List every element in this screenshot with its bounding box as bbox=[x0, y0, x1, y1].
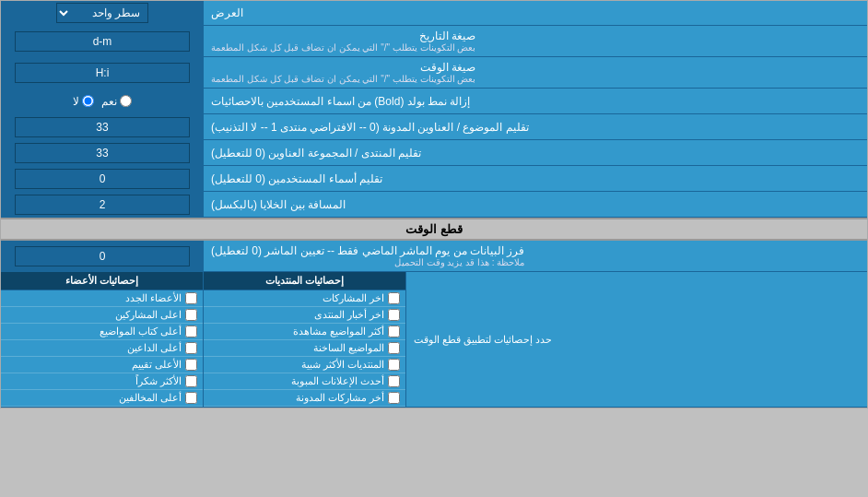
stat-members-item-3: أعلى الداعين bbox=[1, 340, 203, 357]
stat-posts-item-0: اخر المشاركات bbox=[204, 290, 405, 307]
stat-posts-cb-3[interactable] bbox=[388, 342, 400, 354]
time-format-hint: بعض التكوينات يتطلب "/" التي يمكن ان تضا… bbox=[211, 74, 475, 84]
bold-yes-label[interactable]: نعم bbox=[101, 95, 132, 108]
space-input[interactable] bbox=[15, 195, 190, 215]
users-limit-title: تقليم أسماء المستخدمين (0 للتعطيل) bbox=[211, 172, 382, 185]
bold-no-text: لا bbox=[73, 95, 79, 108]
stat-members-item-2: أعلى كتاب المواضيع bbox=[1, 324, 203, 340]
stat-posts-label-0: اخر المشاركات bbox=[323, 292, 384, 304]
topic-limit-input-wrap bbox=[1, 114, 204, 139]
forum-limit-input[interactable] bbox=[15, 143, 190, 163]
forum-limit-row: تقليم المنتدى / المجموعة العناوين (0 للت… bbox=[1, 140, 867, 166]
header-row: العرض سطر واحد سطرين ثلاثة أسطر bbox=[1, 1, 867, 26]
topic-limit-input[interactable] bbox=[15, 117, 190, 137]
time-format-input-wrap bbox=[1, 57, 204, 88]
stat-members-item-4: الأعلى تقييم bbox=[1, 357, 203, 373]
bold-remove-row: إزالة نمط بولد (Bold) من اسماء المستخدمي… bbox=[1, 89, 867, 114]
date-format-input-wrap bbox=[1, 26, 204, 56]
main-container: العرض سطر واحد سطرين ثلاثة أسطر صيغة الت… bbox=[0, 0, 868, 408]
stat-posts-cb-5[interactable] bbox=[388, 375, 400, 387]
time-data-input[interactable] bbox=[15, 246, 190, 266]
time-data-title: فرز البيانات من يوم الماشر الماضي فقط --… bbox=[211, 244, 524, 257]
bold-remove-input-wrap: نعم لا bbox=[1, 89, 204, 113]
stat-members-item-5: الأكثر شكراً bbox=[1, 373, 203, 390]
bold-yes-radio[interactable] bbox=[120, 95, 132, 107]
header-right-label: العرض bbox=[204, 1, 867, 25]
forum-limit-input-wrap bbox=[1, 140, 204, 165]
stat-posts-cb-4[interactable] bbox=[388, 359, 400, 371]
stats-label-text: حدد إحصائيات لتطبيق قطع الوقت bbox=[414, 334, 552, 346]
stat-posts-label-4: المنتديات الأكثر شبية bbox=[301, 359, 384, 371]
date-format-row: صيغة التاريخ بعض التكوينات يتطلب "/" الت… bbox=[1, 26, 867, 57]
stat-posts-label-2: أكثر المواضيع مشاهدة bbox=[293, 325, 384, 337]
header-label: العرض bbox=[211, 6, 243, 19]
time-format-title: صيغة الوقت bbox=[211, 61, 475, 74]
stats-posts-title: إحصائيات المنتديات bbox=[204, 272, 405, 290]
stat-posts-item-2: أكثر المواضيع مشاهدة bbox=[204, 324, 405, 340]
stat-members-cb-1[interactable] bbox=[185, 309, 197, 321]
users-limit-input[interactable] bbox=[15, 169, 190, 189]
stat-posts-cb-6[interactable] bbox=[388, 392, 400, 404]
stat-posts-label-3: المواضيع الساخنة bbox=[313, 342, 384, 354]
stat-members-item-0: الأعضاء الجدد bbox=[1, 290, 203, 307]
topic-limit-label: تقليم الموضوع / العناوين المدونة (0 -- ا… bbox=[204, 114, 867, 139]
time-section-header: قطع الوقت bbox=[1, 218, 867, 241]
space-input-wrap bbox=[1, 192, 204, 217]
time-data-input-wrap bbox=[1, 241, 204, 271]
stat-members-label-2: أعلى كتاب المواضيع bbox=[100, 325, 182, 337]
stats-posts-col: إحصائيات المنتديات اخر المشاركات اخر أخب… bbox=[204, 272, 406, 407]
stat-posts-label-1: اخر أخبار المنتدى bbox=[314, 309, 384, 321]
stat-members-cb-4[interactable] bbox=[185, 359, 197, 371]
topic-limit-title: تقليم الموضوع / العناوين المدونة (0 -- ا… bbox=[211, 121, 529, 134]
stat-members-label-3: أعلى الداعين bbox=[127, 342, 182, 354]
stats-label: حدد إحصائيات لتطبيق قطع الوقت bbox=[406, 272, 867, 407]
space-row: المسافة بين الخلايا (بالبكسل) bbox=[1, 192, 867, 218]
space-title: المسافة بين الخلايا (بالبكسل) bbox=[211, 198, 346, 211]
stat-members-label-5: الأكثر شكراً bbox=[135, 375, 182, 387]
stat-posts-cb-1[interactable] bbox=[388, 309, 400, 321]
view-select[interactable]: سطر واحد سطرين ثلاثة أسطر bbox=[56, 3, 148, 23]
stat-posts-item-4: المنتديات الأكثر شبية bbox=[204, 357, 405, 373]
users-limit-label: تقليم أسماء المستخدمين (0 للتعطيل) bbox=[204, 166, 867, 191]
stat-members-label-0: الأعضاء الجدد bbox=[125, 292, 182, 304]
stat-posts-cb-2[interactable] bbox=[388, 325, 400, 337]
stat-posts-item-1: اخر أخبار المنتدى bbox=[204, 307, 405, 324]
bold-no-radio[interactable] bbox=[82, 95, 94, 107]
stat-members-cb-2[interactable] bbox=[185, 325, 197, 337]
bold-remove-title: إزالة نمط بولد (Bold) من اسماء المستخدمي… bbox=[211, 95, 470, 108]
time-data-hint: ملاحظة : هذا قد يزيد وقت التحميل bbox=[211, 257, 524, 267]
stat-posts-item-6: أخر مشاركات المدونة bbox=[204, 390, 405, 407]
bold-remove-label: إزالة نمط بولد (Bold) من اسماء المستخدمي… bbox=[204, 89, 867, 113]
bold-radio-group: نعم لا bbox=[73, 95, 132, 108]
stat-posts-cb-0[interactable] bbox=[388, 292, 400, 304]
topic-limit-row: تقليم الموضوع / العناوين المدونة (0 -- ا… bbox=[1, 114, 867, 140]
stat-members-cb-3[interactable] bbox=[185, 342, 197, 354]
stat-posts-label-5: أحدث الإعلانات المبوبة bbox=[291, 375, 384, 387]
date-format-title: صيغة التاريخ bbox=[211, 30, 475, 42]
stats-members-col: إحصائيات الأعضاء الأعضاء الجدد اعلى المش… bbox=[1, 272, 204, 407]
stat-members-item-6: أعلى المخالفين bbox=[1, 390, 203, 407]
stat-members-label-6: أعلى المخالفين bbox=[119, 392, 182, 404]
stat-posts-item-5: أحدث الإعلانات المبوبة bbox=[204, 373, 405, 390]
users-limit-input-wrap bbox=[1, 166, 204, 191]
space-label: المسافة بين الخلايا (بالبكسل) bbox=[204, 192, 867, 217]
stat-posts-label-6: أخر مشاركات المدونة bbox=[296, 392, 384, 404]
header-left: سطر واحد سطرين ثلاثة أسطر bbox=[1, 1, 204, 25]
time-section-title: قطع الوقت bbox=[405, 222, 463, 236]
stat-members-label-1: اعلى المشاركين bbox=[115, 309, 182, 321]
stat-members-cb-6[interactable] bbox=[185, 392, 197, 404]
stat-members-cb-5[interactable] bbox=[185, 375, 197, 387]
stat-members-item-1: اعلى المشاركين bbox=[1, 307, 203, 324]
stat-members-label-4: الأعلى تقييم bbox=[132, 359, 182, 371]
stats-members-title: إحصائيات الأعضاء bbox=[1, 272, 203, 290]
time-format-label: صيغة الوقت بعض التكوينات يتطلب "/" التي … bbox=[204, 57, 867, 88]
stat-members-cb-0[interactable] bbox=[185, 292, 197, 304]
bold-yes-text: نعم bbox=[101, 95, 117, 108]
date-format-input[interactable] bbox=[15, 31, 190, 52]
time-format-row: صيغة الوقت بعض التكوينات يتطلب "/" التي … bbox=[1, 57, 867, 89]
forum-limit-title: تقليم المنتدى / المجموعة العناوين (0 للت… bbox=[211, 147, 421, 160]
date-format-label: صيغة التاريخ بعض التكوينات يتطلب "/" الت… bbox=[204, 26, 867, 56]
time-format-input[interactable] bbox=[15, 63, 190, 83]
bold-no-label[interactable]: لا bbox=[73, 95, 94, 108]
time-data-row: فرز البيانات من يوم الماشر الماضي فقط --… bbox=[1, 241, 867, 272]
